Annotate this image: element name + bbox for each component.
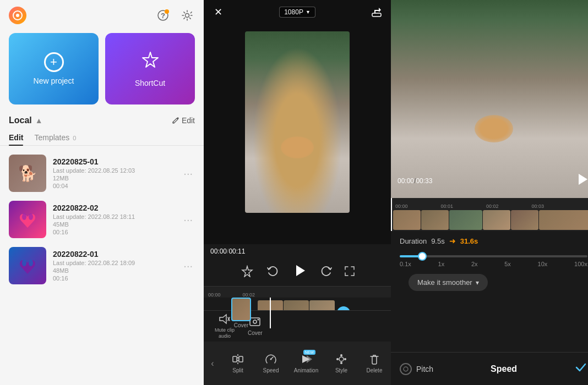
resolution-label: 1080P <box>284 8 303 16</box>
playhead <box>270 298 271 328</box>
style-icon <box>335 353 347 365</box>
animation-icon: NEW <box>300 353 312 365</box>
effect-button[interactable] <box>239 263 255 282</box>
svg-point-7 <box>29 213 33 220</box>
svg-point-32 <box>404 367 408 371</box>
right-frame-5 <box>511 210 538 230</box>
resolution-badge[interactable]: 1080P ▼ <box>279 7 315 18</box>
right-bottom-bar: Pitch Speed <box>391 352 588 385</box>
right-frame-4 <box>483 210 510 230</box>
tool-speed[interactable]: Speed <box>254 349 287 378</box>
close-button[interactable]: ✕ <box>210 4 226 20</box>
project-date: Last update: 2022.08.22 18:09 <box>53 260 175 266</box>
tab-edit[interactable]: Edit <box>9 130 23 145</box>
project-more-icon-3[interactable]: ··· <box>181 257 195 274</box>
list-item[interactable]: 🐕 20220825-01 Last update: 2022.08.25 12… <box>0 150 204 196</box>
right-panel: 00:00 / 00:33 00:00 00:01 00:02 00:03 <box>391 0 588 385</box>
svg-point-9 <box>29 260 33 266</box>
speed-label: Speed <box>263 367 279 373</box>
share-button[interactable] <box>369 4 384 20</box>
svg-rect-21 <box>239 356 243 362</box>
svg-point-18 <box>258 319 259 321</box>
redo-button[interactable] <box>318 263 335 282</box>
svg-point-4 <box>165 9 169 14</box>
speed-label-5x: 5x <box>504 261 511 267</box>
speed-slider-thumb[interactable] <box>418 252 427 261</box>
pitch-toggle-button[interactable] <box>400 363 412 375</box>
edit-button[interactable]: Edit <box>172 116 195 125</box>
svg-point-8 <box>22 260 26 266</box>
cover-tool-label: Cover <box>248 330 263 336</box>
new-project-button[interactable]: + New project <box>9 33 99 105</box>
settings-icon[interactable] <box>179 8 195 23</box>
bottom-tools: ‹ Split Speed <box>204 341 391 385</box>
right-current-time: 00:00 <box>398 177 414 185</box>
svg-point-30 <box>344 358 346 360</box>
project-name: 20220822-02 <box>53 204 175 212</box>
right-timeline[interactable]: 00:00 00:01 00:02 00:03 <box>391 198 588 231</box>
delete-label: Delete <box>367 367 383 373</box>
tool-split[interactable]: Split <box>221 349 254 378</box>
list-item[interactable]: 20220822-01 Last update: 2022.08.22 18:0… <box>0 243 204 289</box>
project-name: 20220825-01 <box>53 157 175 166</box>
mute-icon <box>219 313 231 325</box>
pencil-icon <box>172 117 179 124</box>
duration-original: 9.5s <box>431 237 445 245</box>
header-icons: ? <box>155 8 195 23</box>
undo-button[interactable] <box>264 263 281 282</box>
svg-point-29 <box>336 358 339 360</box>
confirm-button[interactable] <box>574 361 587 377</box>
tool-animation[interactable]: NEW Animation <box>287 349 325 378</box>
project-more-icon-2[interactable]: ··· <box>181 211 195 228</box>
project-buttons: + New project ShortCut <box>0 29 204 113</box>
right-frame-6 <box>539 210 588 230</box>
help-icon[interactable]: ? <box>155 8 171 23</box>
shortcut-button[interactable]: ShortCut <box>105 33 195 105</box>
project-more-icon-1[interactable]: ··· <box>181 165 195 182</box>
plus-icon: + <box>44 52 64 72</box>
tool-style[interactable]: Style <box>325 349 358 378</box>
playback-controls <box>204 258 391 286</box>
tool-delete[interactable]: Delete <box>358 349 391 378</box>
project-duration: 00:16 <box>53 275 175 282</box>
svg-point-23 <box>270 359 272 360</box>
speed-panel-title: Speed <box>491 364 517 374</box>
tools-list: Split Speed NEW Animation <box>221 349 391 378</box>
animation-label: Animation <box>294 367 318 373</box>
make-smoother-label: Make it smoother <box>417 278 472 287</box>
svg-marker-12 <box>296 265 305 276</box>
cover-frame[interactable]: 9.5s <box>231 298 251 321</box>
right-play-button[interactable] <box>574 172 588 190</box>
expand-button[interactable] <box>344 265 356 280</box>
preview-video <box>245 31 350 213</box>
right-time-display: 00:00 / 00:33 <box>391 168 588 194</box>
tools-back-button[interactable]: ‹ <box>204 342 221 386</box>
project-date: Last update: 2022.08.25 12:03 <box>53 167 175 174</box>
tab-templates[interactable]: Templates 0 <box>34 130 76 145</box>
svg-point-1 <box>16 14 19 17</box>
project-size: 48MB <box>53 267 175 274</box>
project-size: 45MB <box>53 221 175 228</box>
play-button[interactable] <box>290 261 309 284</box>
right-video-strip[interactable] <box>391 209 588 231</box>
left-panel: ? + New project ShortCut <box>0 0 204 385</box>
svg-point-27 <box>340 354 342 356</box>
make-smoother-button[interactable]: Make it smoother ▾ <box>409 274 488 291</box>
right-frame-2 <box>421 210 449 230</box>
style-label: Style <box>335 367 347 373</box>
svg-rect-20 <box>233 356 237 362</box>
svg-point-26 <box>339 357 344 361</box>
svg-marker-13 <box>220 315 226 323</box>
speed-label-100x: 100x <box>574 261 587 267</box>
pitch-label: Pitch <box>416 365 433 373</box>
edit-label: Edit <box>182 116 195 125</box>
shortcut-label: ShortCut <box>135 79 165 87</box>
list-item[interactable]: 20220822-02 Last update: 2022.08.22 18:1… <box>0 196 204 243</box>
app-logo <box>9 7 26 24</box>
dog-figure <box>475 115 513 142</box>
duration-new: 31.6s <box>460 237 478 245</box>
right-total-time: 00:33 <box>416 177 432 185</box>
project-thumbnail-1: 🐕 <box>9 155 46 192</box>
speed-label-10x: 10x <box>538 261 548 267</box>
speed-slider-track[interactable] <box>400 255 587 257</box>
